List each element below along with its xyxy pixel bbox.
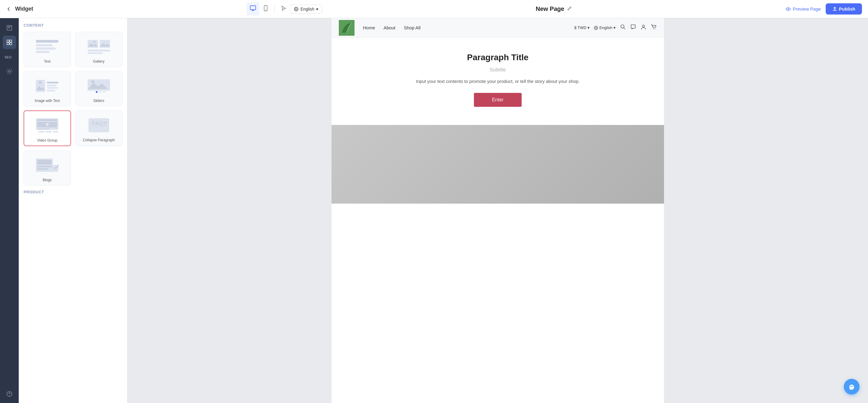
widgets-icon [6, 39, 13, 46]
edit-page-title-button[interactable] [567, 6, 572, 12]
main-layout: SEO Content [0, 18, 868, 403]
desktop-icon [250, 5, 256, 11]
widget-collapse-label: Collapse Paragraph [83, 138, 115, 142]
page-title-area: New Page [535, 5, 572, 12]
chat-icon [630, 24, 636, 30]
widget-image-with-text[interactable]: Image with Text [24, 71, 71, 106]
hero-subtitle: Subtitle [338, 67, 658, 73]
cursor-mode-button[interactable] [277, 2, 290, 16]
svg-text:FAQ: FAQ [92, 120, 103, 126]
upload-icon [832, 7, 837, 11]
language-label: English [301, 7, 314, 11]
widget-video-group[interactable]: Video Group [24, 110, 71, 146]
image-text-widget-svg [34, 77, 61, 95]
hero-section: Paragraph Title Subtitle Input your text… [332, 37, 664, 125]
svg-rect-27 [88, 50, 110, 52]
svg-rect-46 [37, 128, 49, 129]
nav-about[interactable]: About [383, 25, 395, 30]
nav-home[interactable]: Home [363, 25, 375, 30]
top-bar: Widget English [0, 0, 868, 18]
chat-nav-icon[interactable] [630, 24, 636, 31]
svg-point-62 [653, 28, 654, 29]
cursor-icon [280, 5, 287, 11]
svg-point-17 [9, 395, 10, 396]
globe-small-icon [594, 26, 598, 30]
svg-point-40 [99, 91, 101, 93]
publish-button[interactable]: Publish [826, 3, 862, 15]
svg-point-38 [91, 80, 94, 83]
svg-point-61 [643, 25, 645, 27]
preview-label: Preview Page [793, 6, 821, 11]
widget-sliders[interactable]: Sliders [75, 71, 123, 106]
widget-gallery-label: Gallery [93, 59, 104, 63]
icon-strip: SEO [0, 18, 19, 403]
sidebar-item-seo[interactable]: SEO [3, 50, 16, 63]
svg-point-15 [8, 70, 10, 72]
site-logo [339, 20, 354, 36]
cart-nav-icon[interactable] [651, 24, 657, 31]
seo-icon: SEO [4, 54, 15, 60]
widget-text-icon [28, 36, 67, 57]
widget-blogs-label: Blogs [42, 178, 52, 182]
nav-links: Home About Shop All [363, 25, 421, 30]
hero-body: Input your text contents to promote your… [410, 79, 585, 84]
svg-rect-53 [37, 160, 52, 165]
divider [274, 5, 275, 13]
svg-rect-47 [38, 131, 44, 133]
currency-label: $ TWD [574, 25, 586, 30]
page-title: New Page [535, 5, 564, 12]
widget-collapse-paragraph[interactable]: FAQ Collapse Paragraph [75, 110, 123, 146]
top-bar-center: English ▾ [247, 2, 322, 16]
gallery-widget-svg [85, 37, 113, 56]
svg-rect-18 [36, 40, 58, 42]
widget-text[interactable]: Text [24, 32, 71, 67]
widget-image-text-icon [28, 76, 67, 96]
user-icon [641, 24, 647, 30]
widget-blogs[interactable]: Blogs [24, 150, 71, 185]
pages-icon [6, 25, 13, 31]
collapse-widget-svg: FAQ [85, 116, 113, 134]
sidebar-item-pages[interactable] [3, 21, 16, 34]
page-canvas: Home About Shop All $ TWD ▾ [332, 18, 664, 403]
widget-grid-blogs: Blogs [24, 150, 122, 185]
page-navigation: Home About Shop All $ TWD ▾ [332, 18, 664, 37]
widget-gallery[interactable]: Gallery [75, 32, 123, 67]
svg-point-2 [266, 10, 266, 10]
search-icon [620, 24, 626, 30]
svg-rect-11 [10, 40, 12, 42]
svg-rect-25 [100, 40, 110, 48]
hero-title: Paragraph Title [338, 53, 658, 62]
svg-rect-36 [88, 79, 110, 91]
svg-rect-21 [36, 51, 50, 53]
svg-rect-9 [8, 28, 10, 28]
svg-rect-8 [8, 26, 11, 27]
widget-panel-title: Widget [15, 6, 33, 12]
desktop-device-button[interactable] [247, 2, 259, 16]
nav-left: Home About Shop All [339, 20, 421, 36]
svg-rect-19 [36, 44, 53, 46]
back-button[interactable] [6, 6, 11, 12]
language-selector[interactable]: English ▾ [290, 4, 322, 13]
messenger-fab[interactable] [844, 379, 860, 395]
widget-sliders-icon [79, 76, 119, 96]
currency-selector[interactable]: $ TWD ▾ [574, 25, 590, 30]
svg-rect-35 [47, 90, 55, 91]
hero-enter-button[interactable]: Enter [474, 93, 522, 107]
svg-point-63 [655, 28, 655, 29]
sidebar-item-help[interactable] [3, 390, 16, 403]
cart-icon [651, 24, 657, 30]
mobile-icon [262, 5, 269, 11]
text-widget-svg [34, 37, 61, 56]
account-nav-icon[interactable] [641, 24, 647, 31]
dropdown-chevron: ▾ [316, 7, 318, 11]
sidebar-item-settings[interactable] [3, 65, 16, 78]
page-language-selector[interactable]: English ▾ [594, 25, 616, 30]
logo-leaf-svg [339, 20, 354, 36]
search-nav-icon[interactable] [620, 24, 626, 31]
mobile-device-button[interactable] [259, 2, 272, 16]
sidebar-item-widgets[interactable] [3, 36, 16, 49]
widget-panel: Content Text [19, 18, 128, 403]
help-icon [6, 391, 13, 397]
preview-page-button[interactable]: Preview Page [785, 6, 821, 12]
nav-shop-all[interactable]: Shop All [404, 25, 421, 30]
